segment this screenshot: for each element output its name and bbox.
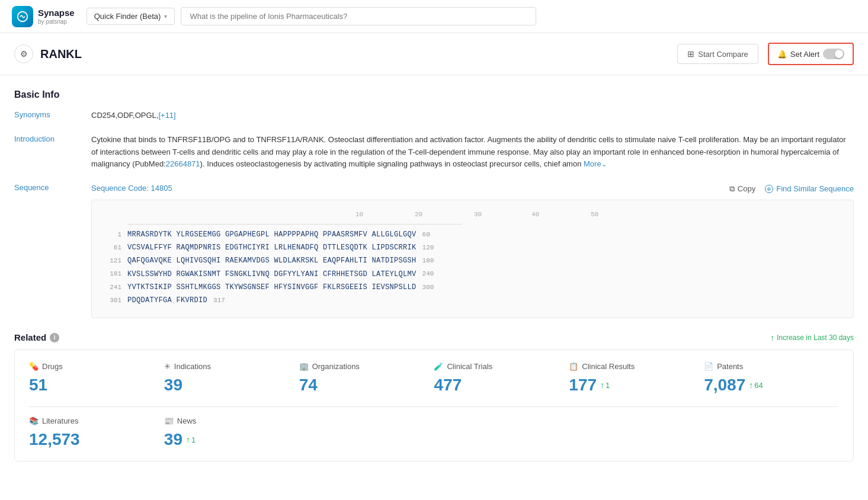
basic-info-section: Basic Info Synonyms CD254,ODF,OPGL,[+11]… xyxy=(14,89,854,318)
patents-number: 7,087 xyxy=(704,376,745,395)
patents-arrow-icon: ↑ xyxy=(749,380,753,390)
clinical-results-arrow-icon: ↑ xyxy=(600,380,604,390)
synonyms-more-link[interactable]: [+11] xyxy=(158,111,175,120)
header-actions: ⊞ Start Compare 🔔 Set Alert xyxy=(677,43,854,65)
organizations-number: 74 xyxy=(299,376,318,395)
sequence-actions: ⧉ Copy ⊕ Find Similar Sequence xyxy=(729,184,854,194)
organizations-count[interactable]: 74 xyxy=(299,376,434,395)
clinical-results-increase: ↑ 1 xyxy=(600,380,610,390)
seq-line-1: 1 MRRASRDYTK YLRGSEEMGG GPGAPHEGPL HAPPP… xyxy=(104,229,841,241)
seq-end-1: 60 xyxy=(417,230,430,241)
start-compare-button[interactable]: ⊞ Start Compare xyxy=(677,44,758,64)
page-title: RANKL xyxy=(40,47,677,61)
seq-end-2: 120 xyxy=(417,243,434,254)
more-chevron-icon: ⌄ xyxy=(601,161,607,168)
seq-data-4: KVSLSSWYHD RGWAKISNMT FSNGKLIVNQ DGFYYLY… xyxy=(127,269,417,280)
seq-end-5: 300 xyxy=(417,283,434,293)
literatures-number: 12,573 xyxy=(29,430,80,449)
news-count[interactable]: 39 ↑ 1 xyxy=(164,430,299,449)
sequence-code-link[interactable]: Sequence Code: 14805 xyxy=(91,182,172,195)
seq-end-3: 180 xyxy=(417,256,434,267)
patents-count[interactable]: 7,087 ↑ 64 xyxy=(704,376,839,395)
placeholder-2 xyxy=(434,416,569,449)
seq-data-5: YVTKTSIKIP SSHTLMKGGS TKYWSGNSEF HFYSINV… xyxy=(127,282,417,293)
news-label: News xyxy=(177,416,197,425)
sequence-header: Sequence Code: 14805 ⧉ Copy ⊕ Find Simil… xyxy=(91,182,854,195)
increase-arrow-icon: ↑ xyxy=(770,333,774,342)
related-item-news: 📰 News 39 ↑ 1 xyxy=(164,416,299,449)
news-arrow-icon: ↑ xyxy=(186,435,190,444)
sequence-value: Sequence Code: 14805 ⧉ Copy ⊕ Find Simil… xyxy=(91,182,854,318)
set-alert-button[interactable]: 🔔 Set Alert xyxy=(768,43,854,65)
indications-number: 39 xyxy=(164,376,182,395)
related-row-2: 📚 Literatures 12,573 📰 News 39 xyxy=(29,416,839,449)
sequence-label: Sequence xyxy=(14,182,91,192)
related-item-clinical-trials-header: 🧪 Clinical Trials xyxy=(434,362,569,371)
compare-icon: ⊞ xyxy=(687,49,694,59)
related-item-indications: ✳ Indications 39 xyxy=(164,362,299,395)
find-similar-button[interactable]: ⊕ Find Similar Sequence xyxy=(765,184,854,193)
clinical-trials-count[interactable]: 477 xyxy=(434,376,569,395)
clinical-results-count[interactable]: 177 ↑ 1 xyxy=(569,376,704,395)
introduction-row: Introduction Cytokine that binds to TNFR… xyxy=(14,134,854,171)
clinical-trials-label: Clinical Trials xyxy=(447,362,492,371)
seq-data-3: QAFQGAVQKE LQHIVGSQHI RAEKAMVDGS WLDLAKR… xyxy=(127,255,417,267)
seq-line-3: 121 QAFQGAVQKE LQHIVGSQHI RAEKAMVDGS WLD… xyxy=(104,255,841,267)
literatures-count[interactable]: 12,573 xyxy=(29,430,164,449)
seq-data-6: PDQDATYFGA FKVRDID xyxy=(127,295,207,306)
top-nav: Synapse by patsnap Quick Finder (Beta) ▾ xyxy=(0,0,868,33)
placeholder-4 xyxy=(704,416,839,449)
drugs-number: 51 xyxy=(29,376,47,395)
related-item-clinical-results-header: 📋 Clinical Results xyxy=(569,362,704,371)
search-input[interactable] xyxy=(181,7,536,25)
main-content: Basic Info Synonyms CD254,ODF,OPGL,[+11]… xyxy=(0,75,868,476)
related-item-literatures-header: 📚 Literatures xyxy=(29,416,164,425)
introduction-label: Introduction xyxy=(14,134,91,143)
clinical-trials-icon: 🧪 xyxy=(434,362,443,371)
literatures-icon: 📚 xyxy=(29,416,39,425)
seq-start-3: 121 xyxy=(104,256,127,267)
copy-button[interactable]: ⧉ Copy xyxy=(729,184,755,194)
organizations-label: Organizations xyxy=(312,362,360,371)
related-grid: 💊 Drugs 51 ✳ Indications 39 xyxy=(14,350,854,461)
patents-label: Patents xyxy=(717,362,743,371)
logo-title: Synapse xyxy=(38,8,75,18)
clinical-results-number: 177 xyxy=(569,376,597,395)
copy-icon: ⧉ xyxy=(729,184,735,194)
quick-finder-button[interactable]: Quick Finder (Beta) ▾ xyxy=(87,8,175,25)
related-row-1: 💊 Drugs 51 ✳ Indications 39 xyxy=(29,362,839,395)
drugs-count[interactable]: 51 xyxy=(29,376,164,395)
related-item-indications-header: ✳ Indications xyxy=(164,362,299,371)
placeholder-3 xyxy=(569,416,704,449)
info-icon[interactable]: i xyxy=(50,333,59,342)
seq-end-4: 240 xyxy=(417,269,434,280)
news-icon: 📰 xyxy=(164,416,174,425)
seq-start-1: 1 xyxy=(104,230,127,241)
synonyms-text: CD254,ODF,OPGL, xyxy=(91,111,158,120)
related-item-clinical-trials: 🧪 Clinical Trials 477 xyxy=(434,362,569,395)
patents-increase: ↑ 64 xyxy=(749,380,763,390)
introduction-value: Cytokine that binds to TNFRSF11B/OPG and… xyxy=(91,134,854,171)
copy-label: Copy xyxy=(738,184,755,193)
related-item-drugs-header: 💊 Drugs xyxy=(29,362,164,371)
pubmed-link[interactable]: 22664871 xyxy=(166,159,200,168)
related-item-patents-header: 📄 Patents xyxy=(704,362,839,371)
placeholder-1 xyxy=(299,416,434,449)
basic-info-title: Basic Info xyxy=(14,89,854,100)
alert-toggle[interactable] xyxy=(823,49,844,59)
more-link[interactable]: More xyxy=(581,159,601,168)
seq-start-6: 301 xyxy=(104,296,127,306)
logo-area: Synapse by patsnap xyxy=(12,6,75,27)
start-compare-label: Start Compare xyxy=(698,50,748,59)
indications-count[interactable]: 39 xyxy=(164,376,299,395)
related-section: Related i ↑ Increase in Last 30 days 💊 D… xyxy=(14,332,854,461)
literatures-label: Literatures xyxy=(42,416,78,425)
page-header: ⚙ RANKL ⊞ Start Compare 🔔 Set Alert xyxy=(0,33,868,75)
intro-text-2: ). Induces osteoclastogenesis by activat… xyxy=(200,159,582,168)
seq-line-5: 241 YVTKTSIKIP SSHTLMKGGS TKYWSGNSEF HFY… xyxy=(104,282,841,293)
target-icon: ⚙ xyxy=(14,44,33,63)
chevron-down-icon: ▾ xyxy=(164,13,167,20)
news-increase-value: 1 xyxy=(191,435,196,444)
patents-icon: 📄 xyxy=(704,362,713,371)
logo-text: Synapse by patsnap xyxy=(38,8,75,25)
